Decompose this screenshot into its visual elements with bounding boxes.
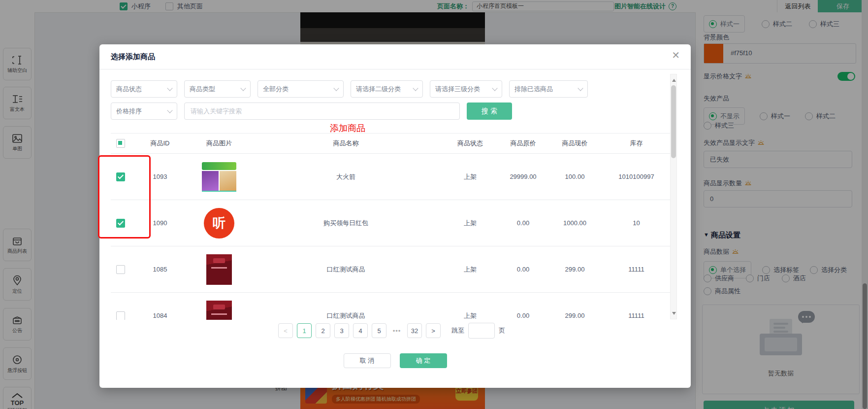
add-product-annotation: 添加商品 bbox=[298, 122, 397, 134]
row-checkbox[interactable] bbox=[116, 311, 125, 320]
next-page-button[interactable]: > bbox=[426, 323, 441, 338]
chevron-down-icon bbox=[578, 85, 583, 91]
page-button-1[interactable]: 1 bbox=[297, 323, 312, 338]
page-button-3[interactable]: 3 bbox=[334, 323, 349, 338]
product-image bbox=[206, 254, 232, 285]
close-icon[interactable]: ✕ bbox=[672, 50, 680, 60]
table-row[interactable]: 1084 口红测试商品 上架 0.00 299.00 11111 bbox=[111, 293, 672, 320]
product-image: 听 bbox=[204, 208, 234, 239]
product-status-select[interactable]: 商品状态 bbox=[111, 80, 177, 98]
product-image bbox=[202, 162, 236, 192]
chevron-down-icon bbox=[333, 85, 339, 91]
third-category-select[interactable]: 请选择三级分类 bbox=[430, 80, 502, 98]
col-header: 商品ID bbox=[130, 139, 190, 148]
product-image bbox=[206, 301, 232, 320]
chevron-down-icon bbox=[167, 107, 172, 113]
filter-row-2: 价格排序 搜 索 bbox=[111, 102, 512, 120]
col-header: 商品原价 bbox=[497, 139, 549, 148]
select-product-modal: 选择添加商品 ✕ 商品状态 商品类型 全部分类 请选择二级分类 请选择三级分类 … bbox=[99, 44, 691, 388]
modal-header: 选择添加商品 ✕ bbox=[99, 44, 691, 69]
confirm-button[interactable]: 确 定 bbox=[400, 353, 447, 368]
second-category-select[interactable]: 请选择二级分类 bbox=[351, 80, 423, 98]
table-row[interactable]: 1093 大火箭 上架 29999.00 100.00 1010100997 bbox=[111, 154, 672, 200]
modal-scrollbar-thumb[interactable] bbox=[671, 85, 676, 158]
modal-title: 选择添加商品 bbox=[111, 52, 155, 62]
row-checkbox[interactable] bbox=[116, 265, 125, 274]
page-suffix-label: 页 bbox=[499, 326, 505, 335]
select-all-checkbox[interactable] bbox=[116, 139, 125, 148]
keyword-search-input[interactable] bbox=[184, 102, 460, 120]
page-button-last[interactable]: 32 bbox=[407, 323, 422, 338]
page-button-4[interactable]: 4 bbox=[353, 323, 368, 338]
exclude-selected-select[interactable]: 排除已选商品 bbox=[509, 80, 588, 98]
col-header: 商品现价 bbox=[549, 139, 601, 148]
col-header: 商品名称 bbox=[249, 139, 443, 148]
row-checkbox[interactable] bbox=[116, 172, 125, 181]
table-header-row: 商品ID 商品图片 商品名称 商品状态 商品原价 商品现价 库存 bbox=[111, 134, 672, 154]
row-checkbox[interactable] bbox=[116, 219, 125, 228]
product-table: 商品ID 商品图片 商品名称 商品状态 商品原价 商品现价 库存 1093 大火… bbox=[111, 133, 672, 320]
col-header: 商品状态 bbox=[443, 139, 497, 148]
chevron-down-icon bbox=[240, 85, 246, 91]
scroll-down-icon[interactable] bbox=[672, 312, 676, 317]
price-sort-select[interactable]: 价格排序 bbox=[111, 102, 177, 120]
col-header: 商品图片 bbox=[190, 139, 249, 148]
jump-page-input[interactable] bbox=[468, 323, 495, 339]
product-type-select[interactable]: 商品类型 bbox=[184, 80, 251, 98]
modal-scrollbar[interactable] bbox=[670, 74, 677, 319]
filter-row-1: 商品状态 商品类型 全部分类 请选择二级分类 请选择三级分类 排除已选商品 bbox=[111, 80, 588, 98]
table-row[interactable]: 1085 口红测试商品 上架 0.00 299.00 11111 bbox=[111, 246, 672, 293]
jump-to-label: 跳至 bbox=[451, 326, 464, 335]
scroll-up-icon[interactable] bbox=[672, 77, 676, 82]
all-category-select[interactable]: 全部分类 bbox=[257, 80, 344, 98]
modal-footer: 取 消 确 定 bbox=[99, 353, 691, 368]
search-button[interactable]: 搜 索 bbox=[467, 102, 512, 120]
chevron-down-icon bbox=[167, 85, 172, 91]
chevron-down-icon bbox=[413, 85, 418, 91]
pagination: < 1 2 3 4 5 ••• 32 > 跳至 页 bbox=[278, 323, 505, 339]
chevron-down-icon bbox=[492, 85, 497, 91]
page-button-5[interactable]: 5 bbox=[372, 323, 386, 338]
prev-page-button[interactable]: < bbox=[278, 323, 293, 338]
page-ellipsis[interactable]: ••• bbox=[390, 327, 403, 335]
page-button-2[interactable]: 2 bbox=[316, 323, 330, 338]
cancel-button[interactable]: 取 消 bbox=[344, 353, 391, 368]
editor-screen: 小程序 其他页面 页面名称： 图片智能在线设计 ? 返回列表 保存 辅助空白 富… bbox=[0, 0, 868, 409]
col-header: 库存 bbox=[601, 139, 672, 148]
table-row[interactable]: 1090 听 购买领每日红包 上架 0.00 1000.00 10 bbox=[111, 200, 672, 246]
